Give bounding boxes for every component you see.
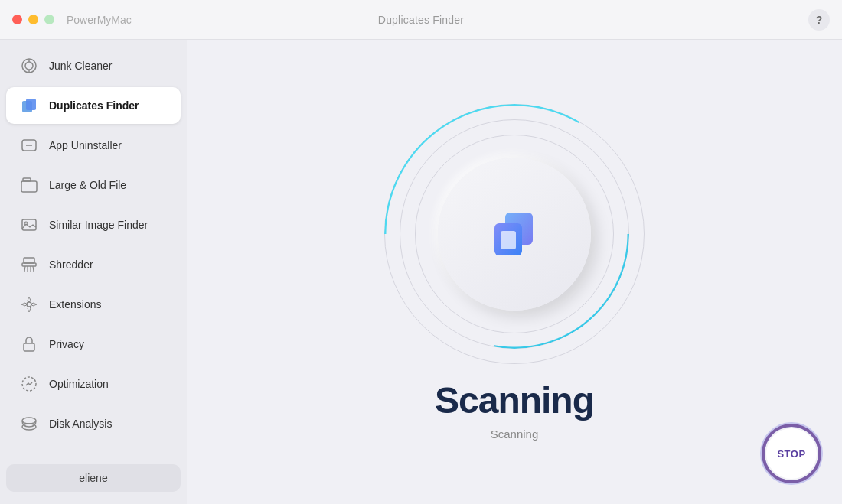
large-old-file-icon xyxy=(18,174,40,196)
sidebar-item-app-uninstaller[interactable]: App Uninstaller xyxy=(6,127,181,164)
title-bar: PowerMyMac Duplicates Finder ? xyxy=(0,0,842,40)
svg-rect-13 xyxy=(24,258,34,263)
svg-line-17 xyxy=(33,266,34,272)
sidebar-item-large-old-file[interactable]: Large & Old File xyxy=(6,167,181,203)
sidebar-spacer xyxy=(0,444,187,458)
optimization-label: Optimization xyxy=(49,378,109,390)
similar-image-finder-icon xyxy=(18,214,40,236)
large-old-file-label: Large & Old File xyxy=(49,179,126,191)
app-uninstaller-icon xyxy=(18,135,40,156)
inner-circle xyxy=(438,158,591,311)
sidebar-item-shredder[interactable]: Shredder xyxy=(6,246,181,283)
app-uninstaller-label: App Uninstaller xyxy=(49,139,122,151)
window-title: Duplicates Finder xyxy=(378,14,464,26)
privacy-label: Privacy xyxy=(49,338,84,350)
minimize-button[interactable] xyxy=(28,15,38,24)
user-section: eliene xyxy=(0,458,187,498)
help-button[interactable]: ? xyxy=(808,9,830,31)
stop-button[interactable]: STOP xyxy=(764,426,819,481)
sidebar-item-duplicates-finder[interactable]: Duplicates Finder xyxy=(6,87,181,124)
shredder-icon xyxy=(18,254,40,275)
disk-analysis-icon xyxy=(18,413,40,434)
optimization-icon xyxy=(18,373,40,395)
sidebar-item-optimization[interactable]: Optimization xyxy=(6,366,181,402)
scan-subtitle: Scanning xyxy=(491,428,539,441)
rings-container xyxy=(384,104,645,364)
svg-rect-5 xyxy=(26,99,36,110)
sidebar-item-junk-cleaner[interactable]: Junk Cleaner xyxy=(6,47,181,84)
privacy-icon xyxy=(18,333,40,355)
sidebar: Junk Cleaner Duplicates Finder App Unins… xyxy=(0,40,187,504)
duplicates-icon xyxy=(484,203,545,265)
sidebar-item-disk-analysis[interactable]: Disk Analysis xyxy=(6,405,181,442)
disk-analysis-label: Disk Analysis xyxy=(49,418,112,430)
scan-title: Scanning xyxy=(435,379,594,421)
svg-line-14 xyxy=(24,266,25,272)
main-layout: Junk Cleaner Duplicates Finder App Unins… xyxy=(0,40,842,504)
duplicates-finder-label: Duplicates Finder xyxy=(49,99,139,112)
svg-point-18 xyxy=(27,302,31,307)
maximize-button[interactable] xyxy=(44,15,54,24)
svg-point-21 xyxy=(22,418,36,424)
sidebar-item-similar-image-finder[interactable]: Similar Image Finder xyxy=(6,206,181,243)
traffic-lights xyxy=(12,15,54,24)
user-button[interactable]: eliene xyxy=(6,464,181,492)
sidebar-item-privacy[interactable]: Privacy xyxy=(6,326,181,363)
sidebar-item-extensions[interactable]: Extensions xyxy=(6,286,181,323)
app-name: PowerMyMac xyxy=(67,14,132,26)
scan-container: Scanning Scanning xyxy=(384,104,645,441)
shredder-label: Shredder xyxy=(49,259,93,271)
junk-cleaner-label: Junk Cleaner xyxy=(49,60,113,72)
svg-rect-25 xyxy=(501,231,516,249)
content-area: Scanning Scanning STOP xyxy=(187,40,842,504)
svg-rect-19 xyxy=(24,343,34,351)
extensions-label: Extensions xyxy=(49,298,101,311)
duplicates-finder-icon xyxy=(18,95,40,116)
svg-point-1 xyxy=(25,62,33,70)
extensions-icon xyxy=(18,294,40,315)
close-button[interactable] xyxy=(12,15,22,24)
svg-rect-9 xyxy=(21,181,37,192)
svg-rect-10 xyxy=(22,219,36,230)
junk-cleaner-icon xyxy=(18,55,40,76)
similar-image-finder-label: Similar Image Finder xyxy=(49,219,148,231)
